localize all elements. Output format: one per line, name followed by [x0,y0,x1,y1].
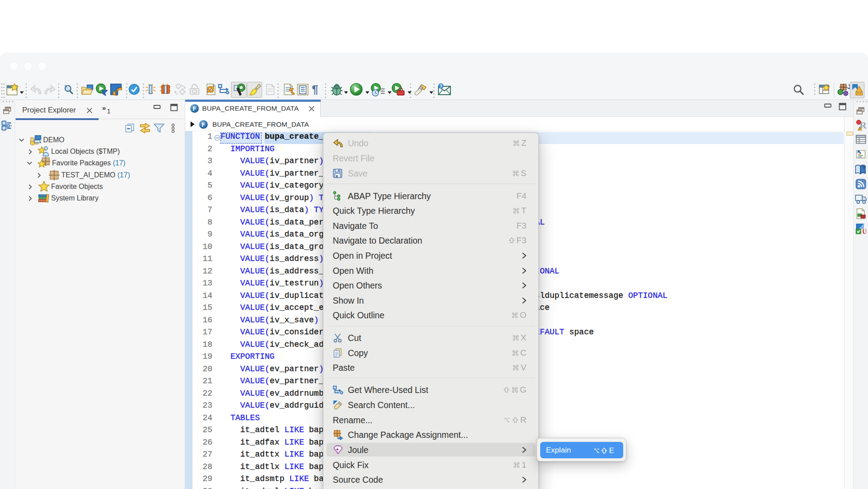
svg-text:U: U [862,228,867,235]
svg-text:F: F [202,121,205,128]
svg-text:F: F [193,105,196,112]
svg-text:?: ? [439,84,442,89]
svg-text:!: ! [859,127,860,130]
